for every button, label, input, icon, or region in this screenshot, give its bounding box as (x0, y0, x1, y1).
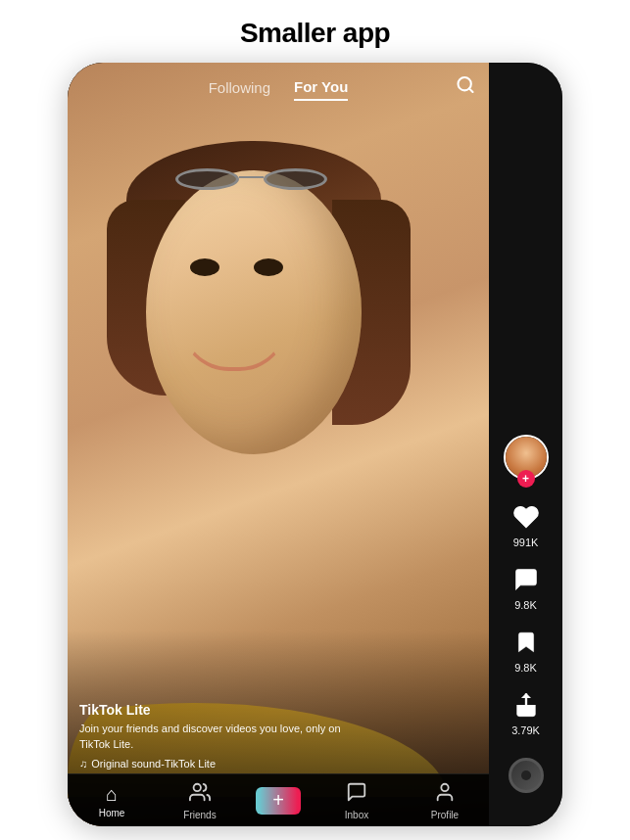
device-frame: Following For You TikTok Lite Join your … (68, 63, 562, 826)
sound-disc-inner (521, 770, 531, 780)
comments-count: 9.8K (514, 599, 537, 611)
bookmarks-count: 9.8K (514, 662, 537, 674)
likes-count: 991K (513, 537, 539, 548)
bookmark-icon (513, 629, 539, 660)
video-header: Following For You (68, 63, 489, 112)
inbox-icon (346, 781, 367, 808)
sound-name: Original sound-TikTok Lite (91, 758, 216, 770)
shares-count: 3.79K (511, 724, 540, 736)
sound-disc[interactable] (509, 758, 544, 793)
video-description: Join your friends and discover videos yo… (79, 722, 373, 752)
svg-point-2 (194, 783, 201, 790)
like-action[interactable]: 991K (512, 503, 540, 548)
nav-inbox[interactable]: Inbox (327, 781, 386, 820)
page-title-text: Smaller app (240, 0, 390, 63)
video-username: TikTok Lite (79, 702, 373, 718)
home-label: Home (99, 808, 125, 818)
video-area[interactable]: Following For You TikTok Lite Join your … (68, 63, 489, 826)
friends-icon (189, 781, 211, 808)
tab-following[interactable]: Following (209, 75, 270, 100)
plus-icon: + (272, 789, 284, 812)
heart-icon (512, 503, 540, 535)
nav-home[interactable]: ⌂ Home (82, 783, 141, 818)
nav-profile[interactable]: Profile (415, 781, 474, 820)
search-icon[interactable] (456, 75, 475, 100)
comment-icon (512, 566, 540, 597)
profile-label: Profile (431, 810, 459, 820)
tab-for-you[interactable]: For You (294, 74, 348, 101)
share-action[interactable]: 3.79K (511, 691, 540, 736)
video-info: TikTok Lite Join your friends and discov… (79, 702, 373, 770)
profile-icon (434, 781, 456, 808)
nav-plus-btn[interactable]: + (259, 787, 298, 815)
home-icon: ⌂ (106, 783, 118, 806)
avatar-container[interactable]: + (504, 435, 549, 480)
inbox-label: Inbox (345, 810, 368, 820)
friends-label: Friends (183, 810, 216, 820)
right-sidebar: + 991K 9.8K (489, 63, 562, 826)
header-tabs: Following For You (209, 74, 349, 101)
bookmark-action[interactable]: 9.8K (513, 629, 539, 674)
svg-line-1 (469, 88, 473, 92)
video-sound: ♫ Original sound-TikTok Lite (79, 758, 373, 770)
comment-action[interactable]: 9.8K (512, 566, 540, 611)
svg-point-3 (441, 783, 448, 790)
bottom-nav: ⌂ Home Friends + (68, 773, 489, 826)
music-note-icon: ♫ (79, 758, 87, 770)
share-icon (512, 691, 540, 723)
follow-button[interactable]: + (517, 470, 535, 488)
nav-friends[interactable]: Friends (170, 781, 229, 820)
